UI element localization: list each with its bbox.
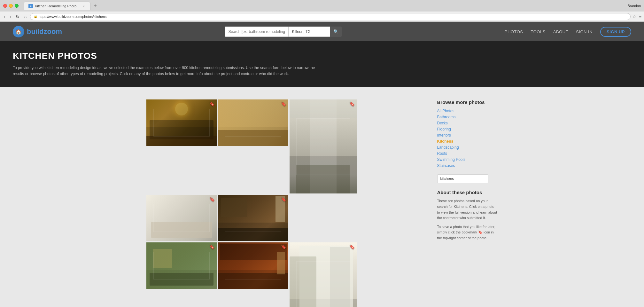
sidebar: Browse more photos All Photos Bathrooms … — [428, 99, 498, 244]
link-interiors[interactable]: Interiors — [437, 133, 498, 138]
back-button[interactable]: ‹ — [3, 13, 7, 20]
photo-row-3: 🔖 🔖 🔖 — [146, 242, 428, 307]
url-text: https://www.buildzoom.com/photos/kitchen… — [39, 15, 107, 19]
photo-cell-5[interactable]: 🔖 — [146, 242, 217, 289]
browser-right-icons: ☆ ≡ — [632, 14, 641, 19]
browse-links: All Photos Bathrooms Decks Flooring Inte… — [437, 109, 498, 168]
photo-cell-6[interactable]: 🔖 — [218, 242, 288, 289]
close-button[interactable] — [3, 4, 7, 8]
logo-icon: 🏠 — [13, 26, 24, 37]
new-tab-button[interactable]: + — [94, 3, 97, 9]
bookmark-star-icon[interactable]: ☆ — [632, 14, 636, 19]
nav-photos[interactable]: PHOTOS — [505, 29, 523, 34]
maximize-button[interactable] — [15, 4, 19, 8]
search-input[interactable] — [225, 27, 289, 37]
about-section: About these photos These are photos base… — [437, 190, 498, 241]
photo-cell-1[interactable]: 🔖 — [146, 99, 217, 146]
page-title: KITCHEN PHOTOS — [13, 51, 631, 61]
logo-text: buildzoom — [27, 28, 62, 36]
photo-cell-2[interactable]: 🔖 — [218, 99, 288, 146]
address-bar[interactable]: 🔒 https://www.buildzoom.com/photos/kitch… — [30, 13, 631, 20]
nav-about[interactable]: ABOUT — [553, 29, 568, 34]
bookmark-icon-5[interactable]: 🔖 — [209, 244, 215, 249]
main-content: 🔖 🔖 🔖 — [146, 93, 498, 307]
secure-icon: 🔒 — [34, 15, 37, 18]
photo-cell-4[interactable]: 🔖 — [218, 195, 288, 241]
link-swimming-pools[interactable]: Swimming Pools — [437, 157, 498, 162]
link-roofs[interactable]: Roofs — [437, 151, 498, 156]
bookmark-icon-large-2[interactable]: 🔖 — [349, 244, 355, 249]
forward-button[interactable]: › — [9, 13, 13, 20]
link-staircases[interactable]: Staircases — [437, 163, 498, 168]
location-input[interactable] — [289, 27, 330, 37]
browser-addressbar: ‹ › ↻ ⌂ 🔒 https://www.buildzoom.com/phot… — [0, 12, 644, 22]
photo-row-2: 🔖 🔖 — [146, 195, 428, 241]
tab-favicon: B — [28, 4, 33, 8]
bookmark-icon-2[interactable]: 🔖 — [281, 101, 286, 106]
about-text-2: To save a photo that you like for later,… — [437, 224, 498, 241]
link-decks[interactable]: Decks — [437, 121, 498, 125]
browse-title: Browse more photos — [437, 99, 498, 105]
nav-signin[interactable]: SIGN IN — [576, 29, 593, 34]
page-description: To provide you with kitchen remodeling d… — [13, 65, 320, 77]
photo-row-1: 🔖 🔖 🔖 — [146, 99, 428, 193]
page-banner: KITCHEN PHOTOS To provide you with kitch… — [0, 41, 644, 87]
site-header: 🏠 buildzoom 🔍 PHOTOS TOOLS ABOUT SIGN IN… — [0, 22, 644, 41]
photo-cell-large-2[interactable]: 🔖 — [290, 242, 357, 307]
photo-cell-3[interactable]: 🔖 — [146, 195, 217, 241]
tab-close-icon[interactable]: × — [81, 4, 86, 8]
search-button[interactable]: 🔍 — [330, 27, 342, 37]
photo-cell-large-1[interactable]: 🔖 — [290, 99, 357, 193]
minimize-button[interactable] — [9, 4, 13, 8]
home-button[interactable]: ⌂ — [23, 13, 28, 20]
bookmark-icon-4[interactable]: 🔖 — [281, 197, 286, 202]
photo-grid: 🔖 🔖 🔖 — [146, 99, 428, 307]
bookmark-icon-3[interactable]: 🔖 — [209, 197, 215, 202]
filter-input[interactable] — [437, 174, 488, 183]
refresh-button[interactable]: ↻ — [14, 13, 21, 20]
nav-links: PHOTOS TOOLS ABOUT SIGN IN SIGN UP — [505, 27, 631, 37]
search-filter — [437, 174, 498, 183]
bookmark-icon-large-1[interactable]: 🔖 — [349, 101, 355, 106]
user-label: Brandon — [627, 4, 641, 8]
menu-icon[interactable]: ≡ — [639, 14, 641, 19]
about-text-1: These are photos based on your search fo… — [437, 198, 498, 221]
bookmark-inline-icon: 🔖 — [478, 230, 483, 234]
link-flooring[interactable]: Flooring — [437, 127, 498, 131]
tab-title: Kitchen Remodeling Photo... — [35, 4, 79, 8]
about-title: About these photos — [437, 190, 498, 195]
link-all-photos[interactable]: All Photos — [437, 109, 498, 113]
link-bathrooms[interactable]: Bathrooms — [437, 115, 498, 119]
logo-area: 🏠 buildzoom — [13, 26, 62, 37]
signup-button[interactable]: SIGN UP — [600, 27, 631, 37]
browser-titlebar: B Kitchen Remodeling Photo... × + Brando… — [0, 0, 644, 12]
browser-tab[interactable]: B Kitchen Remodeling Photo... × — [24, 2, 90, 10]
search-area: 🔍 — [225, 27, 342, 37]
bookmark-icon-1[interactable]: 🔖 — [209, 101, 215, 106]
bookmark-icon-6[interactable]: 🔖 — [281, 244, 286, 249]
browser-chrome: B Kitchen Remodeling Photo... × + Brando… — [0, 0, 644, 22]
logo-build: build — [27, 28, 44, 35]
link-kitchens[interactable]: Kitchens — [437, 139, 498, 144]
nav-tools[interactable]: TOOLS — [531, 29, 545, 34]
logo-zoom: zoom — [44, 28, 62, 35]
link-landscaping[interactable]: Landscaping — [437, 145, 498, 150]
